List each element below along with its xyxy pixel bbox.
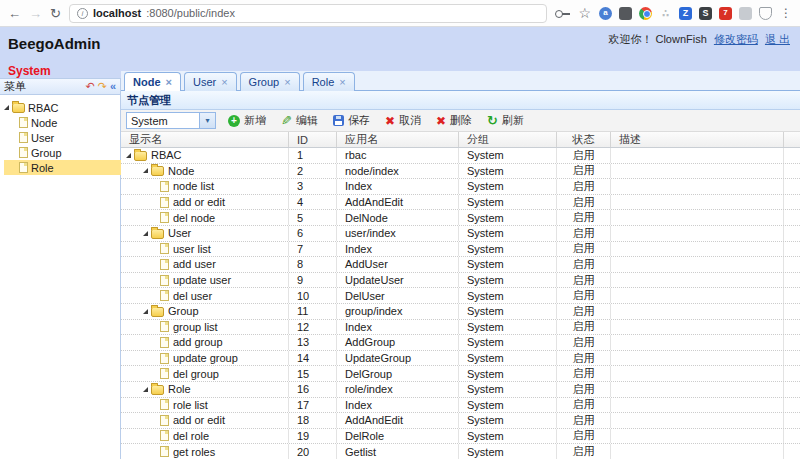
z-extension-icon[interactable]: Z xyxy=(679,7,692,20)
sidebar-collapse-icon[interactable]: « xyxy=(110,81,116,92)
table-row[interactable]: del group 15 DelGroup System 启用 xyxy=(121,366,800,382)
cancel-button[interactable]: 取消 xyxy=(385,113,421,128)
logout-link[interactable]: 退 出 xyxy=(765,33,790,45)
browser-menu-icon[interactable]: ⋮ xyxy=(780,7,792,19)
cell-status: 启用 xyxy=(557,335,611,350)
tab-role[interactable]: Role × xyxy=(303,72,355,91)
column-header-0[interactable]: 显示名 xyxy=(121,132,289,147)
evernote-extension-icon[interactable] xyxy=(619,7,632,20)
table-row[interactable]: node list 3 Index System 启用 xyxy=(121,179,800,195)
a-circle-extension-icon[interactable]: a xyxy=(599,7,612,20)
column-header-4[interactable]: 状态 xyxy=(557,132,611,147)
app-select[interactable]: System ▾ xyxy=(126,112,216,129)
tree-node-root[interactable]: RBAC xyxy=(4,100,120,115)
table-row[interactable]: User 6 user/index System 启用 xyxy=(121,226,800,242)
nav-item-system[interactable]: System xyxy=(8,64,51,78)
shield-extension-icon[interactable] xyxy=(759,7,772,20)
tab-node[interactable]: Node × xyxy=(124,72,181,91)
add-button[interactable]: 新增 xyxy=(228,113,266,128)
tree-node-node[interactable]: Node xyxy=(4,115,120,130)
row-display-name: add group xyxy=(173,336,223,348)
cell-app-name: DelRole xyxy=(337,429,459,444)
table-row[interactable]: add group 13 AddGroup System 启用 xyxy=(121,335,800,351)
cell-group: System xyxy=(459,444,557,459)
file-icon xyxy=(160,243,169,254)
cell-id: 18 xyxy=(289,413,337,428)
table-row[interactable]: Role 16 role/index System 启用 xyxy=(121,382,800,398)
edit-button[interactable]: 编辑 xyxy=(281,113,318,128)
tab-close-icon[interactable]: × xyxy=(339,77,345,88)
tab-group[interactable]: Group × xyxy=(240,72,300,91)
cell-app-name: AddAndEdit xyxy=(337,413,459,428)
address-bar[interactable]: i localhost:8080/public/index xyxy=(69,4,548,23)
cell-display-name: update group xyxy=(121,351,289,366)
change-password-link[interactable]: 修改密码 xyxy=(714,33,758,45)
cell-app-name: DelUser xyxy=(337,288,459,303)
s-extension-icon[interactable]: S xyxy=(699,7,712,20)
cell-desc xyxy=(611,273,784,288)
column-header-1[interactable]: ID xyxy=(289,132,337,147)
tab-close-icon[interactable]: × xyxy=(284,77,290,88)
row-display-name: get roles xyxy=(173,446,215,458)
refresh-button[interactable]: 刷新 xyxy=(487,113,524,128)
save-button[interactable]: 保存 xyxy=(333,113,370,128)
share-extension-icon[interactable]: ∴ xyxy=(659,7,672,20)
tab-close-icon[interactable]: × xyxy=(221,77,227,88)
cell-desc xyxy=(611,320,784,335)
tree-collapse-all-icon[interactable]: ↶ xyxy=(85,81,94,92)
table-row[interactable]: Group 11 group/index System 启用 xyxy=(121,304,800,320)
file-icon xyxy=(19,162,28,173)
tree-expand-icon[interactable] xyxy=(126,153,131,158)
column-header-2[interactable]: 应用名 xyxy=(337,132,459,147)
browser-forward-icon[interactable]: → xyxy=(29,7,42,20)
page-info-icon[interactable]: i xyxy=(77,8,88,19)
tree-expand-icon[interactable] xyxy=(143,387,148,392)
folder-icon xyxy=(12,103,25,113)
tree-expand-all-icon[interactable]: ↷ xyxy=(98,81,107,92)
cell-status: 启用 xyxy=(557,304,611,319)
table-row[interactable]: RBAC 1 rbac System 启用 xyxy=(121,148,800,164)
table-row[interactable]: del node 5 DelNode System 启用 xyxy=(121,210,800,226)
column-header-5[interactable]: 描述 xyxy=(611,132,784,147)
cell-app-name: UpdateGroup xyxy=(337,351,459,366)
tree-node-user[interactable]: User xyxy=(4,130,120,145)
chevron-down-icon[interactable]: ▾ xyxy=(199,113,215,128)
delete-button[interactable]: 删除 xyxy=(436,113,472,128)
password-key-icon[interactable] xyxy=(555,9,570,17)
tree-expand-icon[interactable] xyxy=(143,309,148,314)
column-header-3[interactable]: 分组 xyxy=(459,132,557,147)
bookmark-star-icon[interactable]: ☆ xyxy=(578,6,591,20)
file-icon xyxy=(160,181,169,192)
cell-display-name: group list xyxy=(121,320,289,335)
cell-desc xyxy=(611,242,784,257)
cell-id: 9 xyxy=(289,273,337,288)
tree-expand-icon[interactable] xyxy=(143,231,148,236)
table-row[interactable]: update group 14 UpdateGroup System 启用 xyxy=(121,351,800,367)
folder-icon xyxy=(151,229,164,239)
browser-back-icon[interactable]: ← xyxy=(8,7,21,20)
table-row[interactable]: user list 7 Index System 启用 xyxy=(121,242,800,258)
cell-app-name: AddUser xyxy=(337,257,459,272)
cell-id: 2 xyxy=(289,164,337,179)
table-row[interactable]: del role 19 DelRole System 启用 xyxy=(121,429,800,445)
tree-node-group[interactable]: Group xyxy=(4,145,120,160)
tree-expand-icon[interactable] xyxy=(143,168,148,173)
table-row[interactable]: add user 8 AddUser System 启用 xyxy=(121,257,800,273)
tab-close-icon[interactable]: × xyxy=(166,77,172,88)
notify-7-extension-icon[interactable]: 7 xyxy=(719,7,732,20)
table-row[interactable]: add or edit 18 AddAndEdit System 启用 xyxy=(121,413,800,429)
browser-reload-icon[interactable]: ↻ xyxy=(50,7,61,20)
table-row[interactable]: add or edit 4 AddAndEdit System 启用 xyxy=(121,195,800,211)
table-row[interactable]: get roles 20 Getlist System 启用 xyxy=(121,444,800,459)
reader-extension-icon[interactable] xyxy=(739,7,752,20)
table-row[interactable]: del user 10 DelUser System 启用 xyxy=(121,288,800,304)
chrome-extension-icon[interactable] xyxy=(639,7,652,20)
tab-user[interactable]: User × xyxy=(184,72,237,91)
table-row[interactable]: Node 2 node/index System 启用 xyxy=(121,164,800,180)
table-row[interactable]: update user 9 UpdateUser System 启用 xyxy=(121,273,800,289)
delete-icon xyxy=(436,115,446,127)
table-row[interactable]: role list 17 Index System 启用 xyxy=(121,398,800,414)
tree-expand-icon[interactable] xyxy=(4,105,9,110)
tree-node-role[interactable]: Role xyxy=(4,160,124,175)
table-row[interactable]: group list 12 Index System 启用 xyxy=(121,320,800,336)
